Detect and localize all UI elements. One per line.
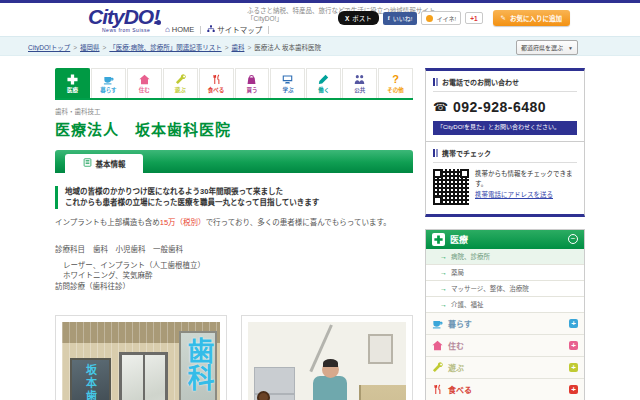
- citydo-page: CityDO! News from Suisse ふるさと納税、特産品、旅行など…: [0, 0, 640, 400]
- x-post-button[interactable]: X ポスト: [338, 11, 379, 25]
- clinic-exterior-photo: 坂本歯科 歯科: [62, 322, 220, 400]
- tab-play[interactable]: 遊ぶ: [163, 68, 198, 98]
- tab-public[interactable]: 公共: [342, 68, 377, 98]
- clinic-interior-photo: [248, 322, 406, 400]
- breadcrumb-link-list[interactable]: 「医療:病院、診療所」関連記事リスト: [109, 44, 221, 51]
- fork-knife-icon: [432, 383, 443, 395]
- mobile-text-block: 携帯からも情報をチェックできます。 携帯電話にアドレスを送る: [475, 169, 577, 205]
- golf-club-icon: [432, 361, 443, 373]
- plus-one-button[interactable]: +1: [465, 12, 482, 24]
- tab-label: 医療: [67, 86, 78, 94]
- menu-section-living[interactable]: 暮らす +: [426, 313, 584, 335]
- service-line: ホワイトニング、笑気麻酔: [55, 271, 413, 282]
- golf-club-icon: [175, 73, 186, 85]
- contact-heading: お電話でのお問い合わせ: [442, 77, 519, 87]
- photo-interior: [241, 315, 413, 400]
- catchphrase-line: これからも患者様の立場にたった医療を職員一丸となって目指していきます: [65, 197, 413, 208]
- photo-gallery: 坂本歯科 歯科: [55, 315, 413, 400]
- sidebar: お電話でのお問い合わせ ☎ 092-928-6480 「CityDO!を見た」と…: [425, 68, 585, 400]
- chevron-down-icon: ▼: [568, 45, 573, 51]
- x-post-label: ポスト: [352, 13, 372, 23]
- menu-section-house[interactable]: 住む +: [426, 335, 584, 357]
- breadcrumb-link-top[interactable]: CityDO!トップ: [28, 44, 70, 51]
- menu-item-care[interactable]: → 介護、福祉: [426, 297, 584, 313]
- send-address-link[interactable]: 携帯電話にアドレスを送る: [475, 190, 553, 200]
- category-tab-bar: 医療 暮らす 住む 遊ぶ 食べる: [55, 68, 413, 100]
- collapse-button[interactable]: −: [568, 234, 578, 244]
- arrow-icon: →: [440, 301, 447, 308]
- tab-label: 遊ぶ: [175, 86, 186, 94]
- info-tab-bar: 基本情報: [55, 150, 413, 173]
- tab-eat[interactable]: 食べる: [199, 68, 234, 98]
- wall-frame: [368, 334, 393, 364]
- tab-basic-info[interactable]: 基本情報: [65, 154, 143, 173]
- window-sign-text: 坂本歯科: [82, 364, 98, 400]
- expand-button[interactable]: +: [569, 341, 578, 350]
- tab-living[interactable]: 暮らす: [91, 68, 126, 98]
- dental-mirror: [257, 391, 270, 400]
- global-nav: ⌂ HOME サイトマップ: [165, 24, 269, 35]
- iine-label: イイネ!: [436, 14, 456, 23]
- nav-sitemap-link[interactable]: サイトマップ: [207, 24, 262, 35]
- citydo-logo[interactable]: CityDO! News from Suisse: [88, 6, 159, 33]
- catchphrase-line: 地域の皆様のかかりつけ医になれるよう30年間頑張って来ました: [65, 186, 413, 197]
- cup-icon: [432, 317, 443, 329]
- departments-label: 診療科目: [55, 245, 85, 254]
- mobile-heading: 携帯でチェック: [442, 148, 491, 158]
- clinic-catchphrase: 地域の皆様のかかりつけ医になれるよう30年間頑張って来ました これからも患者様の…: [55, 186, 413, 209]
- breadcrumb-separator: >: [103, 44, 107, 51]
- menu-item-hospitals[interactable]: → 病院、診療所: [426, 249, 584, 265]
- tab-basic-info-label: 基本情報: [96, 158, 126, 169]
- house-icon: [139, 73, 150, 85]
- menu-item-pharmacy[interactable]: → 薬局: [426, 265, 584, 281]
- tab-medical[interactable]: 医療: [55, 68, 90, 98]
- menu-section-play[interactable]: 遊ぶ +: [426, 357, 584, 379]
- menu-item-massage[interactable]: → マッサージ、整体、治療院: [426, 281, 584, 297]
- heading-marker-icon: [433, 78, 438, 86]
- phone-number: 092-928-6480: [453, 99, 546, 115]
- contact-heading-row: お電話でのお問い合わせ: [433, 77, 577, 92]
- expand-button[interactable]: +: [569, 385, 578, 394]
- prefecture-select[interactable]: 都道府県を選ぶ ▼: [516, 40, 578, 55]
- arrow-icon: →: [440, 253, 447, 260]
- nav-sitemap-label: サイトマップ: [217, 24, 262, 35]
- departments-value: 歯科 小児歯科 一般歯科: [93, 245, 183, 254]
- pen-icon: ✎: [501, 14, 506, 22]
- question-icon: ?: [392, 73, 399, 85]
- tab-work[interactable]: 働く: [306, 68, 341, 98]
- expand-button[interactable]: +: [569, 363, 578, 372]
- breadcrumb-separator: >: [247, 44, 251, 51]
- shopping-bag-icon: [246, 73, 257, 85]
- menu-section-eat[interactable]: 食べる +: [426, 379, 584, 400]
- sign-large-text: 歯科: [184, 337, 211, 400]
- mobile-body: 携帯からも情報をチェックできます。 携帯電話にアドレスを送る: [433, 169, 577, 208]
- nav-home-link[interactable]: ⌂ HOME: [165, 25, 194, 34]
- logo-text: CityDO!: [88, 6, 159, 27]
- site-header: CityDO! News from Suisse ふるさと納税、特産品、旅行など…: [0, 3, 640, 36]
- menu-medical-label: 医療: [450, 233, 563, 246]
- tab-buy[interactable]: 買う: [235, 68, 270, 98]
- tab-label: 学ぶ: [282, 86, 293, 94]
- medical-cross-icon: [432, 233, 445, 246]
- breadcrumb-link-dental[interactable]: 歯科: [231, 44, 244, 51]
- facebook-like-button[interactable]: f いいね!: [383, 12, 418, 25]
- tab-house[interactable]: 住む: [127, 68, 162, 98]
- breadcrumb-link-pref[interactable]: 福岡県: [80, 44, 100, 51]
- tab-other[interactable]: ? その他: [378, 68, 413, 98]
- menu-section-label: 遊ぶ: [448, 362, 564, 373]
- add-favorite-button[interactable]: ✎ お気に入りに追加: [493, 10, 570, 26]
- phone-row: ☎ 092-928-6480: [433, 99, 577, 115]
- menu-medical-header[interactable]: 医療 −: [426, 230, 584, 249]
- menu-item-label: 介護、福祉: [451, 299, 484, 309]
- expand-button[interactable]: +: [569, 319, 578, 328]
- contact-note-badge: 「CityDO!を見た」とお問い合わせください。: [433, 121, 577, 135]
- fork-knife-icon: [211, 73, 222, 85]
- price-highlight: 15万（税別）: [160, 218, 206, 227]
- monitor-icon: [282, 73, 293, 85]
- description-text: で行っており、多くの患者様に喜んでもらっています。: [206, 218, 391, 227]
- qr-code: [433, 169, 469, 205]
- iine-button[interactable]: イイネ!: [421, 11, 461, 25]
- tab-learn[interactable]: 学ぶ: [270, 68, 305, 98]
- tab-label: 食べる: [208, 86, 225, 94]
- phone-icon: ☎: [433, 100, 448, 114]
